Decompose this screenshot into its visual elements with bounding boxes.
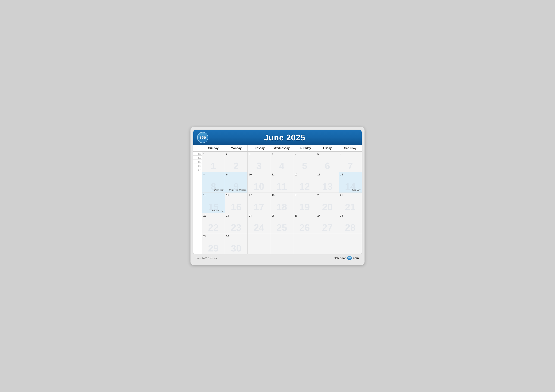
day-number: 9: [226, 173, 246, 176]
day-watermark: 24: [254, 223, 264, 232]
day-number: 2: [226, 153, 246, 155]
day-cell: 22: [225, 152, 248, 172]
day-cell: [339, 234, 362, 254]
day-number: 18: [272, 194, 292, 196]
day-number: 15: [203, 194, 223, 196]
day-header-wed: Wednesday: [270, 145, 293, 151]
day-watermark: 11: [277, 182, 287, 191]
day-number: 25: [272, 214, 292, 217]
day-watermark: 28: [345, 223, 356, 232]
day-cell: 2929: [202, 234, 225, 254]
day-cell: 1313: [316, 172, 339, 193]
day-cell: 33: [248, 152, 270, 172]
day-cell: 1212: [293, 172, 316, 193]
day-header-sat: Saturday: [339, 145, 362, 151]
day-cell: 77: [339, 152, 362, 172]
day-cell: 2828: [339, 213, 362, 234]
day-cell: 66: [316, 152, 339, 172]
day-cell: 2727: [316, 213, 339, 234]
days-header: Sunday Monday Tuesday Wednesday Thursday…: [193, 145, 362, 152]
day-header-mon: Monday: [225, 145, 248, 151]
day-watermark: 1: [211, 161, 216, 171]
footer-left-label: June 2025 Calendar: [196, 257, 218, 260]
week-num-26: 26: [193, 164, 202, 167]
calendar-title: June 2025: [211, 133, 358, 142]
day-cell: 2121: [339, 193, 362, 213]
day-watermark: 29: [208, 243, 219, 253]
day-cell: 2323: [225, 213, 248, 234]
day-watermark: 21: [345, 202, 356, 212]
day-cell: 2626: [293, 213, 316, 234]
day-cell: 1111: [270, 172, 293, 193]
day-number: 8: [203, 173, 223, 176]
day-number: 22: [203, 214, 223, 217]
day-cell: 1919: [293, 193, 316, 213]
day-number: 5: [295, 153, 315, 155]
day-header-fri: Friday: [316, 145, 339, 151]
footer-calendar-suffix: .com: [352, 257, 359, 260]
day-cell: [316, 234, 339, 254]
day-number: 10: [249, 173, 269, 176]
week-num-header: [193, 145, 202, 151]
day-watermark: 26: [299, 223, 310, 232]
day-header-sun: Sunday: [202, 145, 225, 151]
footer-right-label: Calendar- 365 .com: [334, 256, 359, 260]
calendar-header: 365 June 2025: [193, 130, 362, 145]
day-number: 13: [317, 173, 337, 176]
footer-365-circle: 365: [347, 256, 352, 260]
week-num-25: 25: [193, 159, 202, 164]
day-watermark: 10: [254, 182, 264, 191]
day-watermark: 7: [348, 161, 353, 171]
day-cell: 88Pentecost: [202, 172, 225, 193]
footer-calendar-prefix: Calendar-: [334, 257, 347, 260]
logo-text: 365: [199, 135, 206, 140]
week-num-23: 23: [193, 152, 202, 156]
day-number: 24: [249, 214, 269, 217]
day-cell: [293, 234, 316, 254]
day-number: 30: [226, 235, 246, 238]
day-watermark: 19: [299, 202, 310, 212]
day-watermark: 5: [302, 161, 307, 171]
calendar-container: 365 June 2025 Sunday Monday Tuesday Wedn…: [193, 130, 362, 254]
day-cell: 1616: [225, 193, 248, 213]
day-number: 21: [340, 194, 360, 196]
week-num-27: 27: [193, 167, 202, 171]
day-watermark: 12: [299, 182, 310, 191]
day-number: 14: [340, 173, 360, 176]
day-cell: 44: [270, 152, 293, 172]
calendar-grid: 23 24 25 26 27 1122334455667788Pentecost…: [193, 152, 362, 254]
day-watermark: 6: [325, 161, 330, 171]
day-watermark: 18: [277, 202, 287, 212]
day-number: 4: [272, 153, 292, 155]
day-cell: 1414Flag Day: [339, 172, 362, 193]
day-watermark: 20: [322, 202, 333, 212]
day-cell: 3030: [225, 234, 248, 254]
day-watermark: 17: [254, 202, 264, 212]
week-num-24: 24: [193, 156, 202, 159]
day-number: 6: [317, 153, 337, 155]
day-header-thu: Thursday: [293, 145, 316, 151]
day-number: 1: [203, 153, 223, 155]
day-cell: 99Pentecost Monday: [225, 172, 248, 193]
calendar-footer: June 2025 Calendar Calendar- 365 .com: [193, 254, 362, 262]
day-cell: 1818: [270, 193, 293, 213]
days-grid: 1122334455667788Pentecost99Pentecost Mon…: [202, 152, 362, 254]
day-watermark: 25: [277, 223, 287, 232]
day-number: 28: [340, 214, 360, 217]
day-number: 23: [226, 214, 246, 217]
day-watermark: 27: [322, 223, 333, 232]
day-cell: 2020: [316, 193, 339, 213]
day-number: 7: [340, 153, 360, 155]
day-watermark: 16: [231, 202, 241, 212]
day-watermark: 23: [231, 223, 241, 232]
day-watermark: 4: [279, 161, 284, 171]
day-cell: 1515Father's Day: [202, 193, 225, 213]
day-number: 17: [249, 194, 269, 196]
day-cell: 2525: [270, 213, 293, 234]
day-number: 3: [249, 153, 269, 155]
day-number: 27: [317, 214, 337, 217]
page-wrapper: 365 June 2025 Sunday Monday Tuesday Wedn…: [190, 127, 365, 265]
day-cell: [270, 234, 293, 254]
day-watermark: 30: [231, 243, 241, 253]
day-number: 29: [203, 235, 223, 238]
